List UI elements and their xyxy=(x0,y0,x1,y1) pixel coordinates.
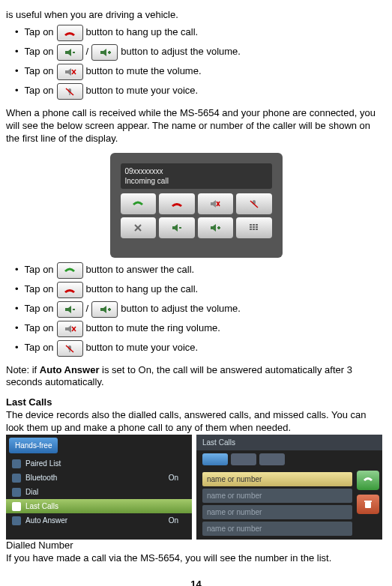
lc-tab-dialled[interactable] xyxy=(202,453,228,465)
volume-text: button to adjust the volume. xyxy=(121,303,241,315)
btn-mute-ring[interactable] xyxy=(198,193,234,214)
btn-reject[interactable] xyxy=(159,193,195,214)
dialled-para: If you have made a call via the MS-5654,… xyxy=(6,552,386,565)
btn-vol-down[interactable] xyxy=(159,217,195,238)
menu-dial-label: Dial xyxy=(25,487,38,497)
svg-rect-28 xyxy=(256,226,258,228)
svg-rect-30 xyxy=(253,229,255,230)
bullet-mute-voice-2: • Tap on button to mute your voice. xyxy=(6,340,386,357)
bullet-volume-2: • Tap on / button to adjust the volume. xyxy=(6,301,386,318)
hangup-icon xyxy=(57,25,83,41)
btn-answer[interactable] xyxy=(121,193,157,214)
mute-voice-text: button to mute your voice. xyxy=(86,342,199,354)
autoanswer-on: On xyxy=(169,516,186,525)
svg-marker-5 xyxy=(65,68,71,76)
answer-icon xyxy=(57,262,83,279)
menu-handsfree[interactable]: Hands-free xyxy=(9,438,58,453)
btn-close[interactable] xyxy=(121,217,157,238)
svg-rect-22 xyxy=(218,226,220,229)
menu-paired-label: Paired List xyxy=(25,459,61,468)
svg-rect-27 xyxy=(253,226,255,228)
hangup-icon xyxy=(57,282,83,298)
incoming-para: When a phone call is received while the … xyxy=(6,107,386,145)
lc-tabs xyxy=(196,450,382,468)
menu-autoanswer[interactable]: Auto AnswerOn xyxy=(6,513,192,528)
menu-autoanswer-label: Auto Answer xyxy=(25,516,67,525)
lc-list: name or number name or number name or nu… xyxy=(196,468,382,540)
mute-voice-icon xyxy=(57,83,83,100)
btn-mute-mic[interactable] xyxy=(236,193,272,214)
tap-label: Tap on xyxy=(25,264,54,277)
btn-keypad[interactable] xyxy=(236,217,272,238)
bullet-dot: • xyxy=(15,46,19,58)
menu-lastcalls[interactable]: Last Calls xyxy=(6,499,192,513)
svg-rect-4 xyxy=(109,51,110,54)
autoanswer-icon xyxy=(12,516,21,525)
menu-paired[interactable]: Paired List xyxy=(6,456,192,471)
svg-rect-44 xyxy=(364,501,372,502)
bullet-mute-vol: • Tap on button to mute the volume. xyxy=(6,64,386,80)
note-prefix: Note: if xyxy=(6,364,40,375)
svg-rect-36 xyxy=(109,308,110,311)
mute-voice-text: button to mute your voice. xyxy=(86,85,199,97)
lastcalls-heading-text: Last Calls xyxy=(6,396,52,408)
mute-vol-text: button to mute the volume. xyxy=(86,65,202,78)
lc-item[interactable]: name or number xyxy=(202,489,352,503)
btn-vol-up[interactable] xyxy=(198,217,234,238)
svg-rect-23 xyxy=(250,224,252,226)
hangup-text: button to hang up the call. xyxy=(86,283,199,296)
lastcalls-para: The device records also the dialled call… xyxy=(6,409,386,435)
svg-rect-19 xyxy=(179,227,181,229)
bullet-dot: • xyxy=(15,264,19,277)
menu-bluetooth-label: Bluetooth xyxy=(25,473,57,483)
menu-screenshot: Hands-free Paired List BluetoothOn Dial … xyxy=(6,435,192,540)
svg-rect-33 xyxy=(73,309,75,310)
svg-marker-32 xyxy=(65,306,71,313)
intro-text: is useful when you are driving a vehicle… xyxy=(6,9,386,22)
bluetooth-icon xyxy=(12,474,21,483)
lc-call-button[interactable] xyxy=(357,471,379,490)
tap-label: Tap on xyxy=(25,46,54,58)
bullet-hangup: • Tap on button to hang up the call. xyxy=(6,25,386,41)
lc-item[interactable]: name or number xyxy=(202,522,352,536)
menu-bluetooth[interactable]: BluetoothOn xyxy=(6,471,192,485)
mute-ring-text: button to mute the ring volume. xyxy=(86,322,220,335)
svg-rect-43 xyxy=(365,502,371,508)
lc-tab-received[interactable] xyxy=(231,453,256,465)
volume-text: button to adjust the volume. xyxy=(121,46,241,58)
svg-marker-37 xyxy=(65,325,71,333)
bullet-mute-voice: • Tap on button to mute your voice. xyxy=(6,83,386,100)
vol-up-icon xyxy=(91,44,118,61)
incoming-call-screenshot: 09xxxxxxxx Incoming call xyxy=(110,153,283,258)
lc-item[interactable]: name or number xyxy=(202,505,352,519)
answer-text: button to answer the call. xyxy=(86,264,195,277)
bluetooth-on: On xyxy=(169,473,186,483)
lc-delete-button[interactable] xyxy=(357,495,379,514)
mute-volume-icon xyxy=(57,64,83,80)
svg-marker-18 xyxy=(172,224,178,232)
svg-marker-2 xyxy=(100,49,106,56)
dial-icon xyxy=(12,488,21,497)
vol-down-icon xyxy=(57,44,83,61)
note-bold: Auto Answer xyxy=(40,364,100,375)
lastcalls-icon xyxy=(12,502,21,511)
vol-down-icon xyxy=(57,301,83,318)
bullet-dot: • xyxy=(15,303,19,315)
vol-up-icon xyxy=(91,301,118,318)
lc-side-buttons xyxy=(357,471,379,514)
lastcalls-screenshot: Last Calls name or number name or number… xyxy=(196,435,382,540)
incoming-label: Incoming call xyxy=(125,176,268,186)
note-para: Note: if Auto Answer is set to On, the c… xyxy=(6,364,386,390)
page-number: 14 xyxy=(6,579,386,586)
svg-rect-31 xyxy=(256,229,258,230)
svg-marker-11 xyxy=(211,200,216,208)
bullet-dot: • xyxy=(15,342,19,354)
lc-tab-missed[interactable] xyxy=(259,453,285,465)
bullet-dot: • xyxy=(15,322,19,335)
bullet-dot: • xyxy=(15,85,19,97)
bullet-dot: • xyxy=(15,283,19,296)
slash-text: / xyxy=(86,303,89,315)
lc-item-selected[interactable]: name or number xyxy=(202,472,352,486)
incoming-number: 09xxxxxxxx xyxy=(125,166,268,176)
menu-dial[interactable]: Dial xyxy=(6,485,192,499)
